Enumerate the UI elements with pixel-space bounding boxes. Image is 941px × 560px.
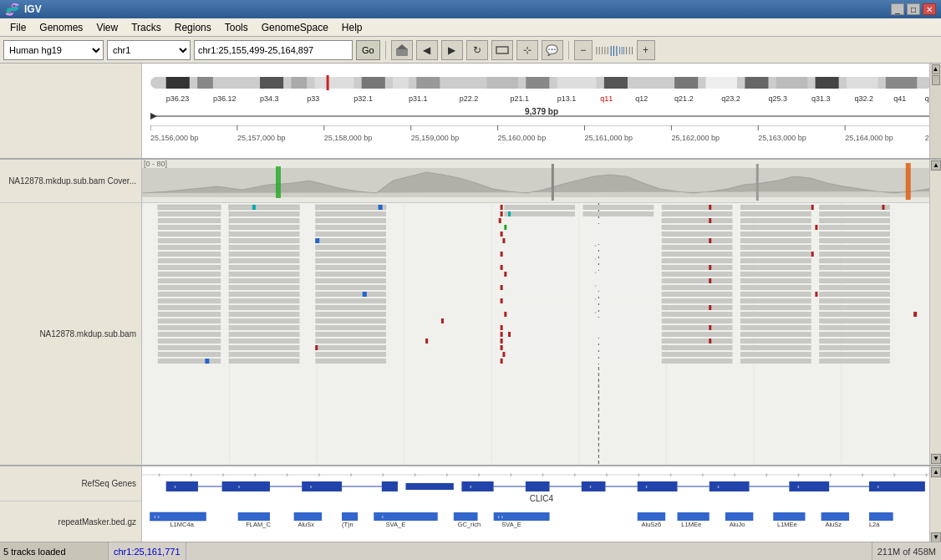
svg-rect-165 [740,252,811,257]
svg-rect-118 [819,218,890,223]
svg-rect-321 [583,359,654,364]
svg-rect-282 [595,258,597,260]
region-button[interactable] [491,40,513,60]
reads-scrollbar[interactable]: ▲ ▼ [929,160,941,465]
svg-rect-290 [504,339,575,344]
svg-rect-403 [678,512,710,521]
svg-rect-96 [819,205,890,210]
svg-text:25,157,000 bp: 25,157,000 bp [237,134,286,142]
refseq-label: RefSeq Genes [0,466,141,501]
svg-text:›: › [445,471,448,479]
svg-rect-207 [315,285,386,290]
svg-rect-210 [662,285,733,290]
svg-rect-200 [583,278,654,283]
svg-rect-108 [819,211,890,216]
menu-tools[interactable]: Tools [218,20,255,35]
forward-button[interactable]: ▶ [441,40,463,60]
svg-rect-111 [158,218,221,223]
svg-rect-181 [583,265,654,270]
close-button[interactable]: ✕ [923,3,936,15]
svg-rect-272 [229,332,300,337]
menu-file[interactable]: File [3,20,33,35]
svg-rect-15 [486,77,517,89]
svg-rect-201 [662,278,733,283]
svg-rect-92 [504,205,575,210]
svg-rect-320 [504,359,575,364]
svg-rect-112 [229,218,300,223]
svg-rect-147 [819,238,890,243]
band-labels: p36.23 p36.12 p34.3 p33 p32.1 p31.1 p22.… [150,92,933,104]
reads-area [142,203,929,465]
svg-text:‹: ‹ [589,483,592,491]
home-button[interactable] [391,40,413,60]
menu-regions[interactable]: Regions [168,20,218,35]
svg-rect-250 [504,312,506,317]
svg-rect-246 [583,312,654,317]
svg-rect-135 [583,232,654,237]
svg-text:25,162,000 bp: 25,162,000 bp [671,134,720,142]
genome-selector: Human hg19 [3,40,104,60]
genes-content: › › › › › › › › › › › › › › › › › › › › [142,466,941,542]
svg-rect-132 [229,232,300,237]
chrom-scrollbar[interactable]: ▲ [929,64,941,158]
svg-rect-178 [229,265,300,270]
zoom-out-button[interactable]: − [574,40,593,60]
chromosome-selector: chr1 [107,40,191,60]
coordinates-status[interactable]: chr1:25,161,771 [109,542,186,560]
back-button[interactable]: ◀ [416,40,438,60]
svg-rect-240 [819,305,890,310]
svg-rect-17 [557,77,597,89]
svg-rect-242 [158,312,221,317]
svg-rect-296 [501,339,503,344]
svg-text:‹: ‹ [470,483,472,491]
menu-view[interactable]: View [89,20,125,35]
zoom-in-button[interactable]: + [637,40,655,60]
svg-rect-101 [158,211,221,216]
minimize-button[interactable]: _ [891,3,904,15]
svg-rect-213 [501,285,503,290]
svg-rect-149 [709,238,711,243]
chromosome-dropdown[interactable]: chr1 [107,40,191,60]
svg-rect-263 [315,325,386,330]
go-button[interactable]: Go [356,40,380,60]
svg-rect-168 [811,252,814,257]
svg-rect-233 [158,305,221,310]
svg-rect-179 [315,265,386,270]
menu-tracks[interactable]: Tracks [125,20,168,35]
toolbar: Human hg19 chr1 Go ◀ ▶ ↻ ⊹ 💬 − | | | | |… [0,37,941,64]
menu-genomespace[interactable]: GenomeSpace [255,20,335,35]
maximize-button[interactable]: □ [907,3,920,15]
svg-rect-104 [504,211,575,216]
svg-rect-25 [847,77,877,89]
svg-rect-199 [504,278,575,283]
select-button[interactable]: ⊹ [516,40,538,60]
genome-dropdown[interactable]: Human hg19 [3,40,104,60]
svg-rect-164 [662,252,733,257]
svg-rect-372 [638,481,678,491]
genes-scrollbar[interactable]: ▲ ▼ [929,466,941,542]
svg-rect-301 [504,345,575,350]
svg-rect-9 [315,77,354,89]
svg-rect-218 [583,292,654,297]
svg-rect-123 [315,225,386,230]
svg-rect-126 [662,225,733,230]
svg-rect-215 [229,292,300,297]
svg-rect-120 [709,218,711,223]
coordinate-input[interactable] [194,40,353,60]
refresh-button[interactable]: ↻ [466,40,488,60]
svg-rect-232 [501,298,503,303]
svg-rect-183 [740,265,811,270]
menu-help[interactable]: Help [335,20,369,35]
svg-rect-306 [315,345,318,350]
zoom-slider[interactable]: | | | | | ||| ||| | | | [596,43,633,56]
svg-rect-198 [315,278,386,283]
svg-rect-109 [501,211,503,216]
svg-rect-16 [526,77,549,89]
svg-rect-239 [740,305,811,310]
svg-rect-193 [740,272,811,277]
svg-text:AluSz6: AluSz6 [642,521,662,528]
annotation-button[interactable]: 💬 [542,40,563,60]
svg-text:FLAM_C: FLAM_C [246,521,271,528]
menu-genomes[interactable]: Genomes [33,20,89,35]
svg-text:›: › [478,471,481,479]
